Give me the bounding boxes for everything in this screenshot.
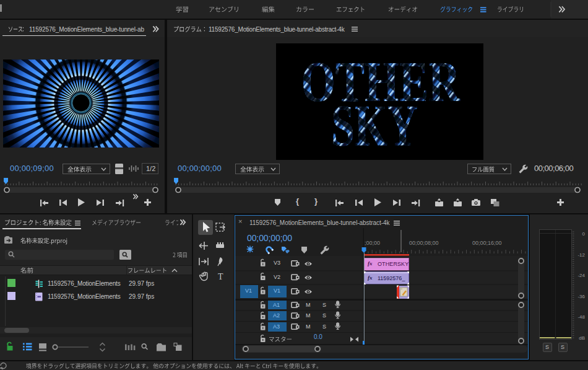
svg-text:SKY: SKY: [331, 93, 418, 159]
